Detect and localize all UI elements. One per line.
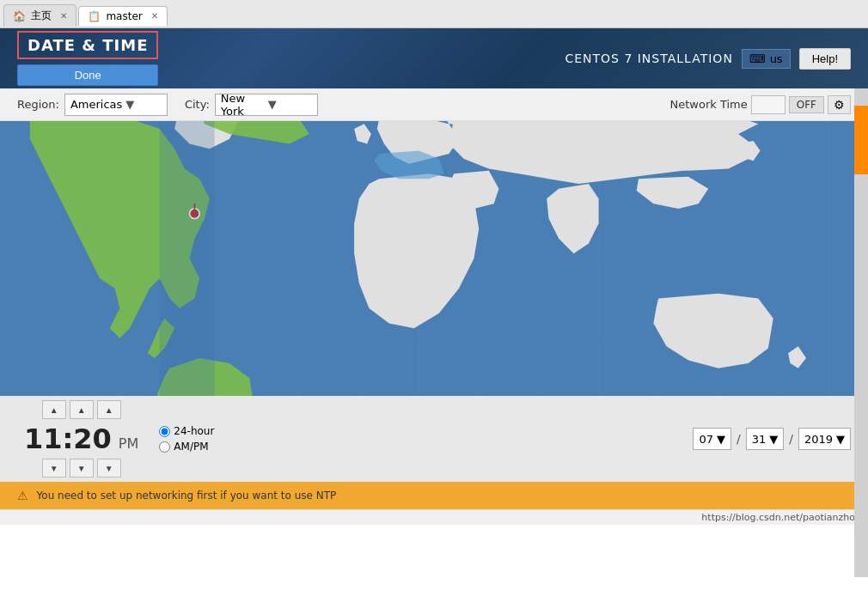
header: DATE & TIME Done CENTOS 7 INSTALLATION ⌨… [0,28,868,88]
centos-label: CENTOS 7 INSTALLATION [565,52,732,65]
date-separator-2: / [789,432,793,446]
radio-ampm-label: AM/PM [174,441,208,453]
time-ampm: PM [119,435,138,452]
svg-rect-20 [160,121,215,396]
year-select[interactable]: 2019 ▼ [798,428,851,450]
up-spinners: ▲ ▲ ▲ [42,400,121,419]
hour-up-button[interactable]: ▲ [42,400,66,419]
warning-icon: ⚠ [17,489,28,502]
page-title: DATE & TIME [28,36,148,54]
home-tab-icon: 🏠 [13,10,26,22]
year-value: 2019 [804,433,833,446]
master-tab-close[interactable]: ✕ [151,11,158,21]
network-time-settings-button[interactable]: ⚙ [828,95,851,114]
day-select[interactable]: 31 ▼ [746,428,785,450]
header-left: DATE & TIME Done [17,31,158,86]
header-right: CENTOS 7 INSTALLATION ⌨ us Help! [565,48,851,70]
master-tab-icon: 📋 [88,10,101,22]
network-time-state: OFF [789,96,824,113]
region-value: Americas [70,98,122,111]
tab-master[interactable]: 📋 master ✕ [78,6,168,26]
month-value: 07 [699,433,713,446]
time-display: 11:20 PM [24,423,138,455]
city-dropdown-arrow: ▼ [268,98,312,111]
radio-24h-label: 24-hour [174,425,214,437]
city-value: New York [221,92,265,118]
language-selector[interactable]: ⌨ us [742,49,791,69]
tab-home[interactable]: 🏠 主页 ✕ [3,4,76,27]
time-section: ▲ ▲ ▲ 11:20 PM ▼ ▼ ▼ 24-hour AM/PM [0,396,868,482]
date-section: 07 ▼ / 31 ▼ / 2019 ▼ [693,428,851,450]
warning-text: You need to set up networking first if y… [37,490,337,502]
url-bar: https://blog.csdn.net/paotianzhou [0,509,868,525]
minute-up-button[interactable]: ▲ [70,400,94,419]
second-down-button[interactable]: ▼ [97,459,121,477]
radio-ampm[interactable]: AM/PM [159,441,214,453]
time-value: 11:20 [24,423,112,455]
scrollbar-thumb[interactable] [854,106,868,174]
network-time-toggle-input [751,95,785,114]
network-time-label: Network Time [670,98,748,111]
network-time-group: Network Time OFF ⚙ [670,95,851,114]
radio-24h[interactable]: 24-hour [159,425,214,437]
day-value: 31 [752,433,767,446]
month-select[interactable]: 07 ▼ [693,428,731,450]
date-separator-1: / [737,432,741,446]
map-container[interactable] [0,121,868,396]
world-map [0,121,868,396]
city-group: City: New York ▼ [185,94,318,116]
hour-down-button[interactable]: ▼ [42,459,66,477]
lang-value: us [770,52,783,65]
city-label: City: [185,98,210,111]
city-select[interactable]: New York ▼ [215,94,318,116]
month-dropdown-arrow: ▼ [717,433,725,446]
controls-bar: Region: Americas ▼ City: New York ▼ Netw… [0,88,868,121]
time-mode-group: 24-hour AM/PM [159,425,214,453]
second-up-button[interactable]: ▲ [97,400,121,419]
region-dropdown-arrow: ▼ [125,98,162,111]
region-group: Region: Americas ▼ [17,94,168,116]
down-spinners: ▼ ▼ ▼ [42,459,121,477]
help-button[interactable]: Help! [799,48,851,70]
main-window: DATE & TIME Done CENTOS 7 INSTALLATION ⌨… [0,28,868,590]
radio-ampm-input[interactable] [159,441,170,453]
radio-24h-input[interactable] [159,426,170,437]
region-label: Region: [17,98,59,111]
keyboard-icon: ⌨ [749,52,766,65]
home-tab-close[interactable]: ✕ [60,11,67,21]
done-button[interactable]: Done [17,64,158,86]
minute-down-button[interactable]: ▼ [70,459,94,477]
master-tab-label: master [106,10,142,22]
day-dropdown-arrow: ▼ [769,433,778,446]
tab-bar: 🏠 主页 ✕ 📋 master ✕ [0,0,868,27]
url-text: https://blog.csdn.net/paotianzhou [701,512,861,523]
scrollbar[interactable] [854,88,868,577]
year-dropdown-arrow: ▼ [836,433,845,446]
home-tab-label: 主页 [31,9,52,23]
region-select[interactable]: Americas ▼ [64,94,168,116]
warning-bar: ⚠ You need to set up networking first if… [0,482,868,509]
title-box: DATE & TIME [17,31,158,59]
